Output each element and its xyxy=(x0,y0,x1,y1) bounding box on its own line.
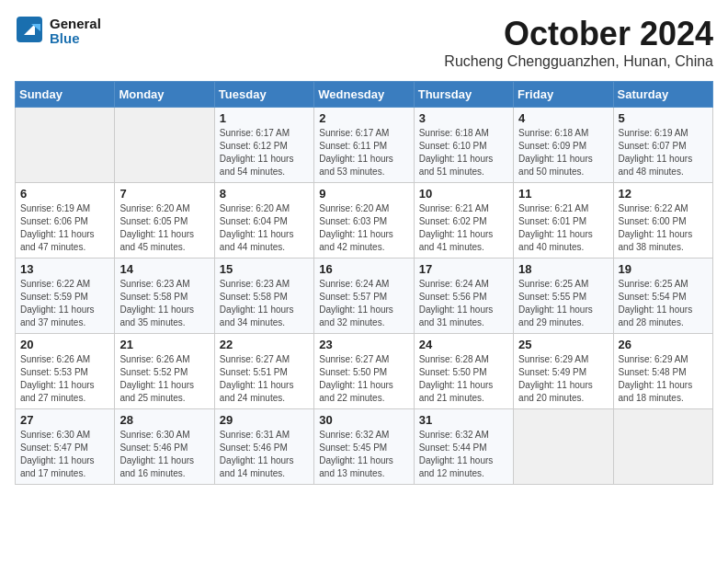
day-info: Sunrise: 6:30 AM Sunset: 5:47 PM Dayligh… xyxy=(20,429,109,480)
day-number: 14 xyxy=(119,262,209,276)
calendar-cell: 4Sunrise: 6:18 AM Sunset: 6:09 PM Daylig… xyxy=(514,108,613,183)
calendar-cell: 11Sunrise: 6:21 AM Sunset: 6:01 PM Dayli… xyxy=(514,183,613,259)
calendar-cell xyxy=(613,409,712,485)
calendar-cell: 22Sunrise: 6:27 AM Sunset: 5:51 PM Dayli… xyxy=(214,334,313,409)
calendar-cell: 19Sunrise: 6:25 AM Sunset: 5:54 PM Dayli… xyxy=(613,259,712,334)
column-header-saturday: Saturday xyxy=(613,82,712,108)
day-number: 4 xyxy=(518,111,608,125)
month-title: October 2024 xyxy=(444,15,713,53)
calendar-cell: 13Sunrise: 6:22 AM Sunset: 5:59 PM Dayli… xyxy=(16,259,115,334)
calendar-cell: 7Sunrise: 6:20 AM Sunset: 6:05 PM Daylig… xyxy=(115,183,214,259)
day-info: Sunrise: 6:19 AM Sunset: 6:07 PM Dayligh… xyxy=(619,127,708,178)
calendar-cell: 28Sunrise: 6:30 AM Sunset: 5:46 PM Dayli… xyxy=(115,409,214,485)
day-info: Sunrise: 6:17 AM Sunset: 6:12 PM Dayligh… xyxy=(220,127,309,178)
day-number: 25 xyxy=(518,338,608,351)
calendar-cell: 16Sunrise: 6:24 AM Sunset: 5:57 PM Dayli… xyxy=(314,259,414,334)
day-info: Sunrise: 6:25 AM Sunset: 5:54 PM Dayligh… xyxy=(619,278,708,329)
day-number: 24 xyxy=(419,338,508,351)
day-info: Sunrise: 6:30 AM Sunset: 5:46 PM Dayligh… xyxy=(119,429,209,480)
calendar-cell: 5Sunrise: 6:19 AM Sunset: 6:07 PM Daylig… xyxy=(613,108,712,183)
location: Rucheng Chengguanzhen, Hunan, China xyxy=(444,53,713,70)
calendar-cell: 17Sunrise: 6:24 AM Sunset: 5:56 PM Dayli… xyxy=(414,259,513,334)
day-number: 17 xyxy=(419,262,508,276)
calendar-cell: 9Sunrise: 6:20 AM Sunset: 6:03 PM Daylig… xyxy=(314,183,414,259)
column-header-sunday: Sunday xyxy=(16,82,115,108)
day-number: 27 xyxy=(20,413,109,427)
day-number: 5 xyxy=(619,111,708,125)
calendar-cell xyxy=(514,409,613,485)
day-info: Sunrise: 6:20 AM Sunset: 6:04 PM Dayligh… xyxy=(220,202,309,254)
day-number: 19 xyxy=(619,262,708,276)
calendar-week-3: 13Sunrise: 6:22 AM Sunset: 5:59 PM Dayli… xyxy=(16,259,713,334)
day-number: 9 xyxy=(319,187,408,201)
calendar-cell: 2Sunrise: 6:17 AM Sunset: 6:11 PM Daylig… xyxy=(314,108,414,183)
column-header-tuesday: Tuesday xyxy=(214,82,313,108)
calendar-cell: 30Sunrise: 6:32 AM Sunset: 5:45 PM Dayli… xyxy=(314,409,414,485)
calendar-cell: 10Sunrise: 6:21 AM Sunset: 6:02 PM Dayli… xyxy=(414,183,513,259)
day-info: Sunrise: 6:22 AM Sunset: 5:59 PM Dayligh… xyxy=(20,278,109,329)
day-info: Sunrise: 6:21 AM Sunset: 6:02 PM Dayligh… xyxy=(419,202,508,254)
day-number: 31 xyxy=(419,413,508,427)
column-header-wednesday: Wednesday xyxy=(314,82,414,108)
day-number: 2 xyxy=(319,111,408,125)
day-number: 6 xyxy=(20,187,109,201)
day-info: Sunrise: 6:25 AM Sunset: 5:55 PM Dayligh… xyxy=(518,278,608,329)
day-info: Sunrise: 6:27 AM Sunset: 5:50 PM Dayligh… xyxy=(319,353,408,405)
day-number: 22 xyxy=(220,338,309,351)
day-info: Sunrise: 6:22 AM Sunset: 6:00 PM Dayligh… xyxy=(619,202,708,254)
day-number: 29 xyxy=(220,413,309,427)
calendar-cell: 24Sunrise: 6:28 AM Sunset: 5:50 PM Dayli… xyxy=(414,334,513,409)
calendar-cell: 26Sunrise: 6:29 AM Sunset: 5:48 PM Dayli… xyxy=(613,334,712,409)
logo-icon xyxy=(15,15,44,48)
calendar-week-2: 6Sunrise: 6:19 AM Sunset: 6:06 PM Daylig… xyxy=(16,183,713,259)
title-block: October 2024 Rucheng Chengguanzhen, Huna… xyxy=(444,15,713,70)
calendar-cell: 25Sunrise: 6:29 AM Sunset: 5:49 PM Dayli… xyxy=(514,334,613,409)
day-number: 21 xyxy=(119,338,209,351)
calendar-cell: 29Sunrise: 6:31 AM Sunset: 5:46 PM Dayli… xyxy=(214,409,313,485)
calendar-cell: 6Sunrise: 6:19 AM Sunset: 6:06 PM Daylig… xyxy=(16,183,115,259)
day-number: 7 xyxy=(119,187,209,201)
day-number: 11 xyxy=(518,187,608,201)
column-header-friday: Friday xyxy=(514,82,613,108)
day-info: Sunrise: 6:18 AM Sunset: 6:10 PM Dayligh… xyxy=(419,127,508,178)
day-number: 16 xyxy=(319,262,408,276)
day-number: 30 xyxy=(319,413,408,427)
calendar-cell: 20Sunrise: 6:26 AM Sunset: 5:53 PM Dayli… xyxy=(16,334,115,409)
day-number: 15 xyxy=(220,262,309,276)
day-info: Sunrise: 6:32 AM Sunset: 5:45 PM Dayligh… xyxy=(319,429,408,480)
calendar-cell: 21Sunrise: 6:26 AM Sunset: 5:52 PM Dayli… xyxy=(115,334,214,409)
day-info: Sunrise: 6:17 AM Sunset: 6:11 PM Dayligh… xyxy=(319,127,408,178)
day-info: Sunrise: 6:23 AM Sunset: 5:58 PM Dayligh… xyxy=(220,278,309,329)
calendar-cell: 3Sunrise: 6:18 AM Sunset: 6:10 PM Daylig… xyxy=(414,108,513,183)
day-info: Sunrise: 6:31 AM Sunset: 5:46 PM Dayligh… xyxy=(220,429,309,480)
day-info: Sunrise: 6:20 AM Sunset: 6:03 PM Dayligh… xyxy=(319,202,408,254)
calendar-week-4: 20Sunrise: 6:26 AM Sunset: 5:53 PM Dayli… xyxy=(16,334,713,409)
day-info: Sunrise: 6:18 AM Sunset: 6:09 PM Dayligh… xyxy=(518,127,608,178)
calendar-cell: 8Sunrise: 6:20 AM Sunset: 6:04 PM Daylig… xyxy=(214,183,313,259)
day-number: 10 xyxy=(419,187,508,201)
logo-text: General Blue xyxy=(50,17,101,47)
calendar-cell: 14Sunrise: 6:23 AM Sunset: 5:58 PM Dayli… xyxy=(115,259,214,334)
day-number: 26 xyxy=(619,338,708,351)
day-number: 13 xyxy=(20,262,109,276)
day-info: Sunrise: 6:19 AM Sunset: 6:06 PM Dayligh… xyxy=(20,202,109,254)
calendar-cell: 23Sunrise: 6:27 AM Sunset: 5:50 PM Dayli… xyxy=(314,334,414,409)
day-number: 23 xyxy=(319,338,408,351)
day-info: Sunrise: 6:27 AM Sunset: 5:51 PM Dayligh… xyxy=(220,353,309,405)
day-number: 20 xyxy=(20,338,109,351)
day-number: 8 xyxy=(220,187,309,201)
day-info: Sunrise: 6:26 AM Sunset: 5:53 PM Dayligh… xyxy=(20,353,109,405)
calendar-cell: 31Sunrise: 6:32 AM Sunset: 5:44 PM Dayli… xyxy=(414,409,513,485)
day-info: Sunrise: 6:20 AM Sunset: 6:05 PM Dayligh… xyxy=(119,202,209,254)
day-info: Sunrise: 6:28 AM Sunset: 5:50 PM Dayligh… xyxy=(419,353,508,405)
day-number: 12 xyxy=(619,187,708,201)
calendar-cell xyxy=(16,108,115,183)
header-row: SundayMondayTuesdayWednesdayThursdayFrid… xyxy=(16,82,713,108)
calendar-cell: 15Sunrise: 6:23 AM Sunset: 5:58 PM Dayli… xyxy=(214,259,313,334)
page-header: General Blue October 2024 Rucheng Chengg… xyxy=(15,15,713,70)
day-info: Sunrise: 6:23 AM Sunset: 5:58 PM Dayligh… xyxy=(119,278,209,329)
logo: General Blue xyxy=(15,15,101,48)
calendar-body: 1Sunrise: 6:17 AM Sunset: 6:12 PM Daylig… xyxy=(16,108,713,485)
calendar-week-5: 27Sunrise: 6:30 AM Sunset: 5:47 PM Dayli… xyxy=(16,409,713,485)
day-number: 28 xyxy=(119,413,209,427)
